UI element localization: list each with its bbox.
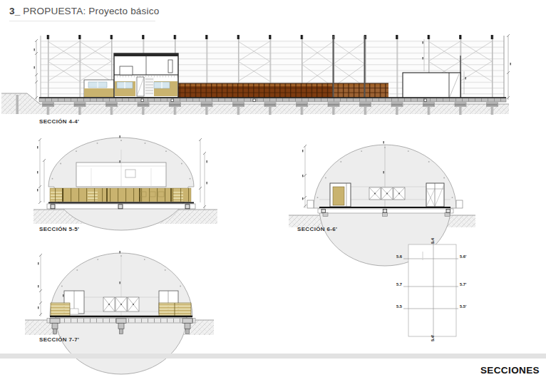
keyplan-label-left-3: 5.5 — [394, 304, 402, 309]
section-4-4-drawing — [1, 34, 511, 115]
deck-4-4 — [16, 95, 507, 115]
tan-band-5-5 — [50, 188, 191, 202]
shelving-4-4 — [178, 83, 388, 98]
building-4-4 — [114, 53, 178, 98]
annex-4-4 — [84, 80, 114, 98]
section-label-7-7: SECCIÓN 7-7' — [39, 336, 79, 343]
section-label-5-5: SECCIÓN 5-5' — [39, 226, 79, 232]
drawing-sheet: 3_ PROPUESTA: Proyecto básico — [0, 0, 546, 392]
section-5-5-drawing — [34, 135, 217, 230]
keyplan-label-right-1: 5.6' — [460, 254, 466, 259]
keyplan-label-right-2: 5.7' — [460, 282, 466, 287]
keyplan-label-top: 5.4 — [431, 238, 435, 244]
key-plan-drawing — [403, 240, 458, 341]
sections-drawing — [0, 0, 546, 392]
right-room-4-4 — [403, 73, 460, 98]
keyplan-label-left-2: 5.7 — [394, 282, 402, 287]
section-label-6-6: SECCIÓN 6-6' — [297, 226, 337, 232]
keyplan-label-right-3: 5.5' — [460, 304, 466, 309]
footer-sheet-title: SECCIONES — [480, 365, 540, 376]
keyplan-label-left-1: 5.6 — [394, 254, 402, 259]
footer-rule-bar — [0, 354, 546, 359]
section-label-4-4: SECCIÓN 4-4' — [39, 118, 79, 125]
base-platform-5-5 — [47, 203, 195, 210]
keyplan-label-bottom: 5.4' — [431, 335, 435, 341]
